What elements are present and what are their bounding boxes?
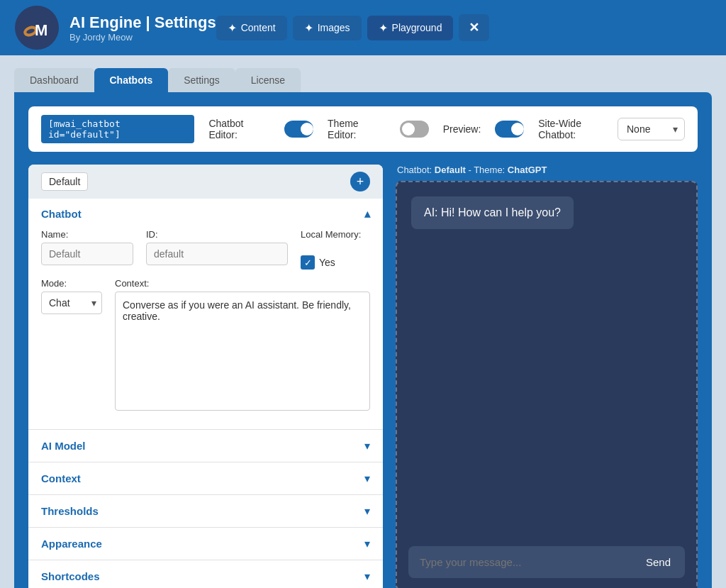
chevron-up-icon: ▴ bbox=[364, 207, 370, 221]
context-accordion[interactable]: Context ▾ bbox=[28, 462, 383, 495]
shortcodes-chevron-icon: ▾ bbox=[364, 570, 370, 583]
name-label: Name: bbox=[41, 229, 133, 240]
chat-message-input[interactable] bbox=[408, 546, 632, 578]
images-nav-button[interactable]: ✦ Images bbox=[293, 16, 362, 40]
playground-nav-label: Playground bbox=[392, 22, 442, 33]
chatbot-editor-toggle[interactable] bbox=[284, 121, 313, 138]
header-nav: ✦ Content ✦ Images ✦ Playground ✕ bbox=[216, 14, 490, 41]
main-content: Dashboard Chatbots Settings License [mwa… bbox=[0, 55, 726, 588]
preview-label: Preview: bbox=[443, 123, 481, 135]
appareance-accordion[interactable]: Appareance ▾ bbox=[28, 528, 383, 560]
content-nav-label: Content bbox=[241, 22, 276, 33]
context-textarea[interactable]: Converse as if you were an AI assistant.… bbox=[115, 292, 370, 411]
tab-bar: Dashboard Chatbots Settings License bbox=[14, 68, 712, 92]
left-panel: Default + Chatbot ▴ Name: bbox=[28, 165, 383, 588]
header-title-area: AI Engine | Settings By Jordy Meow bbox=[69, 13, 216, 43]
name-group: Name: bbox=[41, 229, 133, 265]
chatbot-editor-label: Chatbot Editor: bbox=[208, 118, 270, 140]
toolbar-right: Site-Wide Chatbot: None Default ▾ bbox=[538, 118, 685, 140]
chatbot-accordion-section: Chatbot ▴ Name: ID: bbox=[28, 199, 383, 430]
site-wide-select-wrap: None Default ▾ bbox=[618, 118, 685, 140]
context-chevron-icon: ▾ bbox=[364, 472, 370, 485]
default-tab[interactable]: Default bbox=[41, 172, 88, 191]
thresholds-accordion[interactable]: Thresholds ▾ bbox=[28, 495, 383, 528]
local-memory-yes-label: Yes bbox=[319, 257, 335, 268]
id-label: ID: bbox=[146, 229, 288, 240]
theme-editor-label: Theme Editor: bbox=[328, 118, 386, 140]
chatbot-section-title: Chatbot bbox=[41, 208, 82, 220]
app-title: AI Engine | Settings bbox=[69, 13, 216, 32]
local-memory-group: Local Memory: ✓ Yes bbox=[301, 229, 361, 270]
name-input[interactable] bbox=[41, 243, 133, 265]
chat-input-area: Send bbox=[397, 546, 696, 588]
tab-chatbots[interactable]: Chatbots bbox=[94, 68, 169, 92]
preview-toggle[interactable] bbox=[495, 121, 524, 138]
chatbot-info-label: Chatbot: Default - Theme: ChatGPT bbox=[396, 165, 698, 175]
svg-text:M: M bbox=[35, 21, 48, 39]
send-button[interactable]: Send bbox=[632, 546, 685, 578]
chat-preview: AI: Hi! How can I help you? Send bbox=[396, 181, 698, 588]
chatbot-accordion-content: Name: ID: Local Memory: ✓ bbox=[28, 229, 383, 429]
shortcode-badge[interactable]: [mwai_chatbot id="default"] bbox=[41, 115, 194, 143]
ai-greeting-bubble: AI: Hi! How can I help you? bbox=[411, 196, 574, 229]
ai-model-title: AI Model bbox=[41, 440, 86, 452]
mode-select[interactable]: Chat Instruct bbox=[41, 292, 102, 314]
images-nav-label: Images bbox=[318, 22, 350, 33]
context-title: Context bbox=[41, 472, 81, 484]
local-memory-row: ✓ Yes bbox=[301, 255, 361, 270]
local-memory-label: Local Memory: bbox=[301, 229, 361, 240]
ai-model-chevron-icon: ▾ bbox=[364, 439, 370, 453]
local-memory-checkbox[interactable]: ✓ bbox=[301, 255, 315, 270]
left-panel-header: Default + bbox=[28, 165, 383, 199]
context-label: Context: bbox=[115, 278, 370, 289]
mode-select-wrap: Chat Instruct ▾ bbox=[41, 292, 102, 314]
playground-nav-button[interactable]: ✦ Playground bbox=[367, 16, 454, 40]
playground-icon: ✦ bbox=[379, 21, 388, 35]
chatbot-info-prefix: Chatbot: bbox=[397, 165, 435, 175]
content-icon: ✦ bbox=[228, 21, 237, 35]
header: M AI Engine | Settings By Jordy Meow ✦ C… bbox=[0, 0, 726, 55]
content-nav-button[interactable]: ✦ Content bbox=[216, 16, 287, 40]
right-panel: Chatbot: Default - Theme: ChatGPT AI: Hi… bbox=[396, 165, 698, 588]
tab-settings[interactable]: Settings bbox=[168, 68, 235, 92]
name-id-row: Name: ID: Local Memory: ✓ bbox=[41, 229, 370, 270]
chat-body: AI: Hi! How can I help you? bbox=[397, 182, 696, 546]
logo: M bbox=[14, 5, 60, 50]
add-chatbot-button[interactable]: + bbox=[350, 172, 370, 192]
thresholds-title: Thresholds bbox=[41, 505, 99, 517]
tab-dashboard[interactable]: Dashboard bbox=[14, 68, 94, 92]
chatbot-name: Default bbox=[435, 165, 466, 175]
appareance-title: Appareance bbox=[41, 538, 102, 550]
chatbot-editor-knob bbox=[301, 123, 313, 135]
context-group: Context: Converse as if you were an AI a… bbox=[115, 278, 370, 411]
mode-context-row: Mode: Chat Instruct ▾ Co bbox=[41, 278, 370, 411]
thresholds-chevron-icon: ▾ bbox=[364, 504, 370, 518]
theme-separator: - Theme: bbox=[466, 165, 508, 175]
shortcodes-title: Shortcodes bbox=[41, 570, 100, 582]
images-icon: ✦ bbox=[304, 21, 313, 35]
ai-model-accordion[interactable]: AI Model ▾ bbox=[28, 430, 383, 462]
logo-area: M AI Engine | Settings By Jordy Meow bbox=[14, 5, 216, 50]
appareance-chevron-icon: ▾ bbox=[364, 537, 370, 550]
theme-editor-knob bbox=[402, 123, 415, 135]
toolbar: [mwai_chatbot id="default"] Chatbot Edit… bbox=[28, 106, 698, 152]
chatbot-accordion-header[interactable]: Chatbot ▴ bbox=[28, 199, 383, 229]
id-group: ID: bbox=[146, 229, 288, 265]
preview-knob bbox=[511, 123, 524, 135]
close-button[interactable]: ✕ bbox=[459, 14, 489, 41]
ai-greeting-text: AI: Hi! How can I help you? bbox=[424, 206, 561, 218]
mode-group: Mode: Chat Instruct ▾ bbox=[41, 278, 102, 314]
id-input[interactable] bbox=[146, 243, 288, 265]
site-wide-chatbot-select[interactable]: None Default bbox=[618, 118, 685, 140]
tab-license[interactable]: License bbox=[235, 68, 301, 92]
theme-name: ChatGPT bbox=[508, 165, 547, 175]
chat-input-row: Send bbox=[408, 546, 685, 578]
site-wide-chatbot-label: Site-Wide Chatbot: bbox=[538, 118, 610, 140]
mode-label: Mode: bbox=[41, 278, 102, 289]
content-panel: [mwai_chatbot id="default"] Chatbot Edit… bbox=[14, 92, 712, 588]
shortcodes-accordion[interactable]: Shortcodes ▾ bbox=[28, 560, 383, 588]
app-subtitle: By Jordy Meow bbox=[69, 32, 216, 43]
theme-editor-toggle[interactable] bbox=[400, 121, 429, 138]
two-column-layout: Default + Chatbot ▴ Name: bbox=[28, 165, 698, 588]
